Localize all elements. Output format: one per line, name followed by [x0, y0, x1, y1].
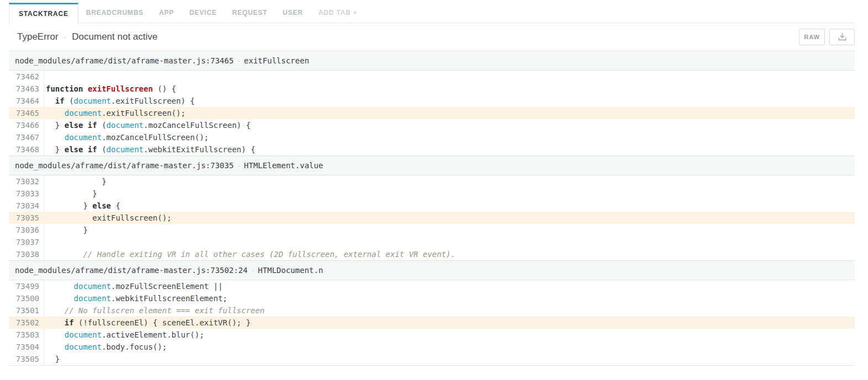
- tab-user[interactable]: USER: [275, 3, 311, 23]
- code-line: 73504 document.body.focus();: [9, 341, 855, 353]
- line-number: 73464: [9, 95, 44, 107]
- code-line: 73462: [9, 71, 855, 83]
- code-text: document.webkitFullscreenElement;: [44, 292, 227, 304]
- error-detail-panel: STACKTRACEBREADCRUMBSAPPDEVICEREQUESTUSE…: [0, 3, 868, 366]
- frame-code: 73499 document.mozFullScreenElement ||73…: [9, 280, 855, 365]
- code-text: } else {: [44, 200, 120, 212]
- tab-app[interactable]: APP: [151, 3, 182, 23]
- stacktrace-frames: node_modules/aframe/dist/aframe-master.j…: [9, 51, 855, 366]
- code-line: 73505 }: [9, 353, 855, 365]
- code-text: [44, 71, 46, 83]
- line-number: 73499: [9, 280, 44, 292]
- frame-method: HTMLElement.value: [244, 161, 323, 170]
- code-line: 73466 } else if (document.mozCancelFullS…: [9, 119, 855, 131]
- frame-header[interactable]: node_modules/aframe/dist/aframe-master.j…: [9, 156, 855, 175]
- code-text: document.mozFullScreenElement ||: [44, 280, 223, 292]
- code-text: }: [44, 188, 97, 200]
- tab-stacktrace[interactable]: STACKTRACE: [9, 3, 78, 23]
- frame-code: 73032 }73033 }73034 } else {73035 exitFu…: [9, 175, 855, 260]
- download-icon: [838, 33, 847, 41]
- line-number: 73037: [9, 236, 44, 248]
- code-text: [44, 236, 46, 248]
- frame-file-location: node_modules/aframe/dist/aframe-master.j…: [15, 161, 234, 170]
- code-line: 73034 } else {: [9, 200, 855, 212]
- line-number: 73038: [9, 248, 44, 260]
- line-number: 73467: [9, 131, 44, 143]
- code-line: 73463function exitFullscreen () {: [9, 83, 855, 95]
- code-text: document.exitFullscreen();: [44, 107, 186, 119]
- code-text: } else if (document.webkitExitFullscreen…: [44, 143, 255, 156]
- tab-bar: STACKTRACEBREADCRUMBSAPPDEVICEREQUESTUSE…: [9, 3, 855, 23]
- code-line: 73503 document.activeElement.blur();: [9, 329, 855, 341]
- code-text: function exitFullscreen () {: [44, 83, 176, 95]
- frame-method: exitFullscreen: [244, 56, 309, 65]
- tab-request[interactable]: REQUEST: [224, 3, 275, 23]
- code-text: }: [44, 175, 107, 188]
- code-line: 73037: [9, 236, 855, 248]
- error-message: Document not active: [72, 31, 157, 42]
- code-text: }: [44, 353, 60, 365]
- frame-separator: ·: [237, 161, 240, 170]
- frame-file-location: node_modules/aframe/dist/aframe-master.j…: [15, 56, 234, 65]
- code-text: document.activeElement.blur();: [44, 329, 204, 341]
- code-line: 73501 // No fullscren element === exit f…: [9, 304, 855, 317]
- code-text: }: [44, 224, 88, 236]
- line-number: 73035: [9, 212, 44, 224]
- code-text: if (document.exitFullscreen) {: [44, 95, 195, 107]
- code-line: 73464 if (document.exitFullscreen) {: [9, 95, 855, 107]
- line-number: 73462: [9, 71, 44, 83]
- line-number: 73500: [9, 292, 44, 304]
- line-number: 73468: [9, 143, 44, 156]
- tab-add-tab[interactable]: ADD TAB +: [311, 3, 366, 23]
- line-number: 73463: [9, 83, 44, 95]
- error-separator: ·: [64, 33, 67, 41]
- code-line: 73467 document.mozCancelFullScreen();: [9, 131, 855, 143]
- line-number: 73504: [9, 341, 44, 353]
- line-number: 73502: [9, 317, 44, 329]
- line-number: 73505: [9, 353, 44, 365]
- line-number: 73465: [9, 107, 44, 119]
- frame-file-location: node_modules/aframe/dist/aframe-master.j…: [15, 266, 247, 275]
- code-line: 73499 document.mozFullScreenElement ||: [9, 280, 855, 292]
- code-line-highlighted: 73502 if (!fullscreenEl) { sceneEl.exitV…: [9, 317, 855, 329]
- frame-header[interactable]: node_modules/aframe/dist/aframe-master.j…: [9, 51, 855, 71]
- download-button[interactable]: [829, 29, 855, 45]
- code-line: 73500 document.webkitFullscreenElement;: [9, 292, 855, 304]
- frame-separator: ·: [237, 56, 240, 65]
- code-line: 73468 } else if (document.webkitExitFull…: [9, 143, 855, 156]
- line-number: 73033: [9, 188, 44, 200]
- code-text: exitFullscreen();: [44, 212, 172, 224]
- raw-button[interactable]: RAW: [799, 29, 825, 45]
- code-text: // Handle exiting VR in all other cases …: [44, 248, 456, 260]
- stack-frame: node_modules/aframe/dist/aframe-master.j…: [9, 51, 855, 156]
- code-line-highlighted: 73035 exitFullscreen();: [9, 212, 855, 224]
- line-number: 73501: [9, 304, 44, 317]
- code-text: // No fullscren element === exit fullscr…: [44, 304, 264, 317]
- frame-header[interactable]: node_modules/aframe/dist/aframe-master.j…: [9, 260, 855, 280]
- line-number: 73466: [9, 119, 44, 131]
- code-text: } else if (document.mozCancelFullScreen)…: [44, 119, 251, 131]
- code-text: document.body.focus();: [44, 341, 167, 353]
- code-line: 73038 // Handle exiting VR in all other …: [9, 248, 855, 260]
- stack-frame: node_modules/aframe/dist/aframe-master.j…: [9, 156, 855, 260]
- code-line: 73032 }: [9, 175, 855, 188]
- line-number: 73034: [9, 200, 44, 212]
- line-number: 73503: [9, 329, 44, 341]
- code-line: 73036 }: [9, 224, 855, 236]
- stack-frame: node_modules/aframe/dist/aframe-master.j…: [9, 260, 855, 365]
- error-class: TypeError: [17, 31, 59, 42]
- line-number: 73032: [9, 175, 44, 188]
- line-number: 73036: [9, 224, 44, 236]
- frame-method: HTMLDocument.n: [258, 266, 323, 275]
- code-line: 73033 }: [9, 188, 855, 200]
- code-line-highlighted: 73465 document.exitFullscreen();: [9, 107, 855, 119]
- tab-breadcrumbs[interactable]: BREADCRUMBS: [78, 3, 151, 23]
- tab-device[interactable]: DEVICE: [182, 3, 224, 23]
- code-text: if (!fullscreenEl) { sceneEl.exitVR(); }: [44, 317, 251, 329]
- frame-code: 7346273463function exitFullscreen () {73…: [9, 71, 855, 156]
- frame-separator: ·: [251, 266, 254, 275]
- title-bar: TypeError · Document not active RAW: [0, 23, 868, 51]
- toolbar: RAW: [799, 29, 855, 45]
- code-text: document.mozCancelFullScreen();: [44, 131, 209, 143]
